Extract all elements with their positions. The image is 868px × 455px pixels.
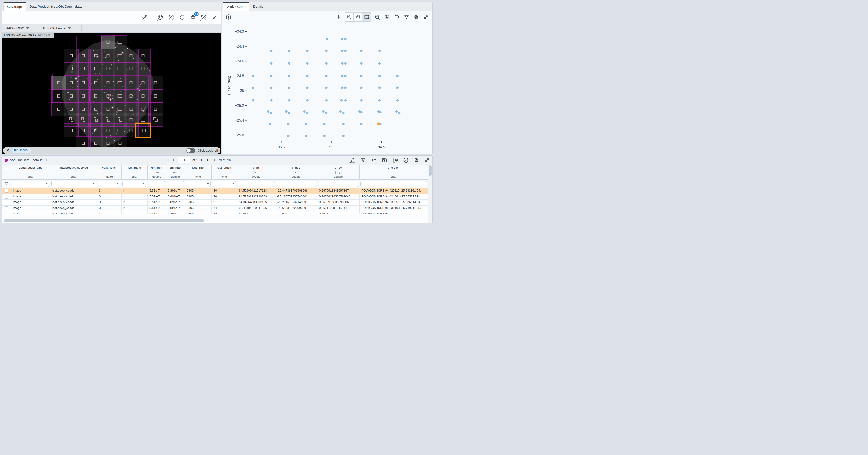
coverage-palette-button[interactable] bbox=[156, 13, 164, 22]
data-point[interactable] bbox=[270, 99, 272, 101]
coverage-expand-button[interactable] bbox=[211, 13, 218, 22]
coverage-unlink-button[interactable] bbox=[200, 13, 208, 22]
tab-details[interactable]: Details bbox=[249, 2, 267, 11]
data-point[interactable] bbox=[267, 110, 270, 113]
data-point[interactable] bbox=[303, 110, 305, 113]
coverage-select-region-button[interactable] bbox=[178, 13, 186, 22]
horizontal-scrollbar[interactable] bbox=[3, 219, 427, 222]
tab-coverage[interactable]: Coverage bbox=[3, 2, 26, 11]
table-row[interactable]: imagelsst.deep_coadd3r5.51e-76.891e-7530… bbox=[2, 200, 432, 206]
scatter-chart[interactable]: −24.2−24.4−24.6−24.8−25−25.2−25.4−25.695… bbox=[222, 23, 432, 154]
row-checkbox[interactable] bbox=[5, 201, 8, 204]
column-header-em_min[interactable]: em_min(m)double bbox=[148, 165, 166, 179]
data-point[interactable] bbox=[378, 99, 380, 101]
data-point[interactable] bbox=[342, 135, 345, 137]
data-point[interactable] bbox=[341, 38, 343, 40]
data-point[interactable] bbox=[378, 50, 380, 52]
select-all-checkbox[interactable] bbox=[5, 167, 8, 171]
table-microscope-button[interactable] bbox=[349, 156, 356, 164]
data-point[interactable] bbox=[288, 75, 290, 77]
table-text-options-button[interactable]: TT bbox=[371, 156, 377, 164]
data-point[interactable] bbox=[341, 50, 343, 52]
chart-save-button[interactable] bbox=[383, 13, 391, 21]
column-header-lsst_patch[interactable]: lsst_patchlong bbox=[212, 165, 237, 179]
coverage-layers-button[interactable]: 13 bbox=[189, 13, 197, 22]
data-point[interactable] bbox=[378, 87, 380, 89]
table-add-column-button[interactable] bbox=[392, 156, 398, 164]
column-header-dataproduct_subtype[interactable]: dataproduct_subtypechar bbox=[51, 165, 97, 179]
data-point[interactable] bbox=[269, 123, 272, 125]
data-point[interactable] bbox=[360, 50, 363, 52]
data-point[interactable] bbox=[344, 50, 346, 52]
filter-input-em_min[interactable] bbox=[149, 181, 165, 187]
data-point[interactable] bbox=[325, 112, 328, 114]
filter-input-s_fov[interactable] bbox=[318, 181, 359, 187]
coverage-recenter-button[interactable] bbox=[167, 13, 175, 22]
data-point[interactable] bbox=[360, 75, 363, 77]
data-point[interactable] bbox=[270, 50, 272, 52]
data-point[interactable] bbox=[360, 62, 363, 64]
row-checkbox[interactable] bbox=[5, 195, 8, 199]
tab-data-product[interactable]: Data Product: ivoa.ObsCore - data-int bbox=[26, 2, 90, 11]
table-expand-button[interactable] bbox=[424, 156, 430, 164]
select-all-column-header[interactable] bbox=[2, 165, 11, 179]
table-settings-button[interactable] bbox=[413, 156, 420, 164]
data-point[interactable] bbox=[306, 75, 308, 77]
data-point[interactable] bbox=[339, 110, 341, 113]
data-point[interactable] bbox=[344, 75, 346, 77]
data-point[interactable] bbox=[325, 50, 328, 52]
column-header-s_fov[interactable]: s_fov(deg)double bbox=[317, 165, 360, 179]
data-point[interactable] bbox=[325, 62, 328, 64]
data-point[interactable] bbox=[344, 62, 346, 64]
highlighted-data-point[interactable] bbox=[377, 122, 380, 125]
filter-input-s_region[interactable] bbox=[361, 181, 427, 187]
data-point[interactable] bbox=[340, 99, 343, 101]
chart-filter-button[interactable] bbox=[403, 13, 410, 21]
chart-restore-button[interactable] bbox=[393, 13, 401, 21]
data-point[interactable] bbox=[344, 87, 346, 89]
hips-moc-dropdown[interactable]: HiPS / MOC bbox=[2, 26, 33, 30]
click-lock-toggle[interactable] bbox=[186, 148, 195, 153]
data-point[interactable] bbox=[323, 135, 326, 137]
coverage-tile[interactable] bbox=[136, 124, 150, 137]
page-number-input[interactable] bbox=[178, 157, 191, 163]
filter-input-s_dec[interactable] bbox=[276, 181, 316, 187]
last-page-button[interactable] bbox=[206, 158, 210, 162]
column-header-s_ra[interactable]: s_ra(deg)double bbox=[237, 165, 275, 179]
row-checkbox[interactable] bbox=[5, 189, 8, 193]
column-header-dataproduct_type[interactable]: dataproduct_typechar bbox=[11, 165, 51, 179]
data-point[interactable] bbox=[342, 123, 345, 125]
filter-input-lsst_tract[interactable] bbox=[186, 181, 211, 187]
data-point[interactable] bbox=[270, 112, 272, 114]
data-point[interactable] bbox=[270, 62, 272, 64]
data-point[interactable] bbox=[306, 112, 308, 114]
data-point[interactable] bbox=[325, 87, 328, 89]
data-point[interactable] bbox=[358, 110, 361, 113]
projection-dropdown[interactable]: Equ / Spherical bbox=[40, 26, 75, 30]
data-point[interactable] bbox=[396, 87, 399, 89]
data-point[interactable] bbox=[360, 99, 363, 101]
data-point[interactable] bbox=[342, 112, 345, 114]
data-point[interactable] bbox=[288, 50, 290, 52]
data-point[interactable] bbox=[270, 75, 272, 77]
chart-add-chart-button[interactable] bbox=[225, 13, 232, 21]
sky-map[interactable] bbox=[2, 33, 221, 154]
data-point[interactable] bbox=[305, 135, 307, 137]
data-point[interactable] bbox=[305, 123, 307, 125]
data-point[interactable] bbox=[287, 135, 289, 137]
data-point[interactable] bbox=[341, 75, 343, 77]
table-row[interactable]: imagelsst.deep_coadd3r5.51e-76.891e-7530… bbox=[2, 194, 432, 200]
filter-input-dataproduct_type[interactable] bbox=[12, 181, 49, 187]
chart-pan-button[interactable] bbox=[353, 13, 363, 21]
chart-box-select-button[interactable] bbox=[363, 13, 371, 21]
filter-input-s_ra[interactable] bbox=[238, 181, 274, 187]
column-header-em_max[interactable]: em_max(m)double bbox=[166, 165, 185, 179]
data-point[interactable] bbox=[288, 99, 290, 101]
filter-input-calib_level[interactable] bbox=[98, 181, 120, 187]
data-point[interactable] bbox=[326, 38, 329, 40]
data-point[interactable] bbox=[252, 87, 254, 89]
data-point[interactable] bbox=[360, 123, 363, 125]
vertical-scrollbar[interactable] bbox=[428, 165, 432, 223]
column-header-lsst_tract[interactable]: lsst_tractlong bbox=[185, 165, 212, 179]
row-checkbox[interactable] bbox=[5, 212, 8, 214]
